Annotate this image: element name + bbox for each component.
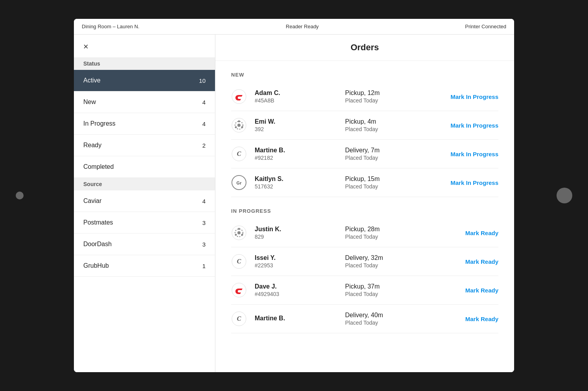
- sidebar-item-doordash[interactable]: DoorDash 3: [74, 234, 215, 255]
- order-info-issei: Issei Y. #22953: [255, 254, 337, 269]
- app-container: Dining Room – Lauren N. Reader Ready Pri…: [74, 19, 514, 372]
- mark-in-progress-kaitlyn[interactable]: Mark In Progress: [435, 179, 498, 186]
- order-id-kaitlyn: 517632: [255, 183, 337, 190]
- order-info-justin: Justin K. 829: [255, 226, 337, 240]
- right-dot-decoration: [557, 188, 572, 203]
- order-row-dave: Dave J. #4929403 Pickup, 37m Placed Toda…: [231, 276, 498, 305]
- close-button[interactable]: ×: [83, 42, 88, 51]
- section-label-source: Source: [74, 178, 215, 190]
- postmates-icon-svg-2: [232, 225, 246, 240]
- order-details-kaitlyn: Pickup, 15m Placed Today: [345, 175, 428, 190]
- order-type-martine-new: Delivery, 7m: [345, 147, 428, 154]
- order-id-adam: #45A8B: [255, 97, 337, 104]
- caviar-icon-svg-3: C: [232, 311, 246, 326]
- order-placed-emi: Placed Today: [345, 126, 428, 132]
- order-placed-kaitlyn: Placed Today: [345, 183, 428, 190]
- svg-text:C: C: [237, 315, 241, 322]
- order-row-emi: Emi W. 392 Pickup, 4m Placed Today Mark …: [231, 111, 498, 140]
- sidebar-item-caviar-badge: 4: [202, 198, 206, 205]
- postmates-icon-svg-1: [232, 118, 246, 133]
- sidebar-item-ready[interactable]: Ready 2: [74, 135, 215, 156]
- order-placed-martine-progress: Placed Today: [345, 320, 428, 326]
- sidebar-item-active[interactable]: Active 10: [74, 70, 215, 91]
- order-name-issei: Issei Y.: [255, 254, 337, 261]
- order-details-martine-new: Delivery, 7m Placed Today: [345, 147, 428, 161]
- svg-text:C: C: [237, 258, 241, 265]
- order-icon-doordash-2: [231, 282, 247, 298]
- svg-point-6: [235, 126, 237, 128]
- order-icon-caviar-1: C: [231, 146, 247, 162]
- order-placed-martine-new: Placed Today: [345, 155, 428, 161]
- svg-point-4: [238, 121, 240, 122]
- top-bar-center: Reader Ready: [286, 24, 319, 29]
- order-type-emi: Pickup, 4m: [345, 118, 428, 125]
- sidebar-item-new[interactable]: New 4: [74, 91, 215, 113]
- order-placed-issei: Placed Today: [345, 262, 428, 269]
- mark-in-progress-adam[interactable]: Mark In Progress: [435, 93, 498, 100]
- caviar-icon-svg-1: C: [232, 146, 246, 161]
- sidebar-item-caviar-label: Caviar: [83, 197, 101, 205]
- sidebar-header: ×: [74, 35, 215, 57]
- sidebar-item-postmates-label: Postmates: [83, 219, 113, 226]
- order-name-martine-progress: Martine B.: [255, 315, 337, 322]
- order-id-martine-new: #92182: [255, 155, 337, 161]
- sidebar-item-new-badge: 4: [202, 99, 206, 106]
- sidebar-item-postmates[interactable]: Postmates 3: [74, 212, 215, 234]
- page-title: Orders: [351, 42, 379, 52]
- sidebar-item-completed[interactable]: Completed: [74, 156, 215, 178]
- order-id-emi: 392: [255, 126, 337, 132]
- top-bar-left: Dining Room – Lauren N.: [82, 24, 140, 29]
- order-info-emi: Emi W. 392: [255, 118, 337, 132]
- sidebar-item-ready-label: Ready: [83, 142, 101, 149]
- order-type-dave: Pickup, 37m: [345, 283, 428, 290]
- order-row-justin: Justin K. 829 Pickup, 28m Placed Today M…: [231, 219, 498, 247]
- order-info-martine-progress: Martine B.: [255, 315, 337, 323]
- mark-in-progress-martine-new[interactable]: Mark In Progress: [435, 151, 498, 157]
- order-icon-caviar-3: C: [231, 311, 247, 327]
- top-bar: Dining Room – Lauren N. Reader Ready Pri…: [74, 19, 514, 35]
- sidebar-item-active-badge: 10: [199, 77, 206, 84]
- sidebar-item-grubhub[interactable]: GrubHub 1: [74, 255, 215, 277]
- order-type-martine-progress: Delivery, 40m: [345, 312, 428, 319]
- mark-ready-martine-progress[interactable]: Mark Ready: [435, 316, 498, 322]
- order-details-justin: Pickup, 28m Placed Today: [345, 226, 428, 240]
- order-row-martine-progress: C Martine B. Delivery, 40m Placed Today …: [231, 305, 498, 333]
- section-title-in-progress: IN PROGRESS: [231, 197, 498, 219]
- sidebar-item-in-progress[interactable]: In Progress 4: [74, 113, 215, 135]
- order-row-adam: Adam C. #45A8B Pickup, 12m Placed Today …: [231, 82, 498, 111]
- order-type-adam: Pickup, 12m: [345, 90, 428, 97]
- order-details-dave: Pickup, 37m Placed Today: [345, 283, 428, 297]
- mark-ready-issei[interactable]: Mark Ready: [435, 258, 498, 265]
- sidebar-item-ready-badge: 2: [202, 142, 206, 149]
- mark-ready-dave[interactable]: Mark Ready: [435, 287, 498, 294]
- doordash-icon-svg-2: [232, 283, 246, 298]
- svg-point-5: [241, 126, 243, 128]
- order-id-issei: #22953: [255, 262, 337, 269]
- order-icon-doordash-1: [231, 89, 247, 104]
- order-info-kaitlyn: Kaitlyn S. 517632: [255, 175, 337, 190]
- main-layout: × Status Active 10 New 4 In Progress 4 R…: [74, 35, 514, 372]
- svg-point-13: [237, 231, 241, 234]
- sidebar-item-grubhub-label: GrubHub: [83, 262, 109, 269]
- order-info-adam: Adam C. #45A8B: [255, 90, 337, 104]
- content-area: Orders NEW Adam C. #45A8B: [215, 35, 514, 372]
- content-header: Orders: [215, 35, 514, 61]
- order-info-martine-new: Martine B. #92182: [255, 147, 337, 161]
- order-info-dave: Dave J. #4929403: [255, 283, 337, 297]
- svg-point-15: [241, 234, 243, 236]
- order-details-issei: Delivery, 32m Placed Today: [345, 254, 428, 269]
- svg-text:Gr: Gr: [237, 181, 242, 185]
- order-row-kaitlyn: Gr Kaitlyn S. 517632 Pickup, 15m Placed …: [231, 168, 498, 197]
- sidebar-item-caviar[interactable]: Caviar 4: [74, 190, 215, 212]
- order-name-adam: Adam C.: [255, 90, 337, 97]
- top-bar-right: Printer Connected: [465, 24, 506, 29]
- order-placed-adam: Placed Today: [345, 97, 428, 104]
- mark-in-progress-emi[interactable]: Mark In Progress: [435, 122, 498, 129]
- mark-ready-justin[interactable]: Mark Ready: [435, 230, 498, 236]
- order-icon-grubhub-1: Gr: [231, 175, 247, 190]
- sidebar-item-completed-label: Completed: [83, 163, 114, 170]
- order-name-justin: Justin K.: [255, 226, 337, 233]
- sidebar-item-in-progress-badge: 4: [202, 121, 206, 127]
- sidebar: × Status Active 10 New 4 In Progress 4 R…: [74, 35, 215, 372]
- sidebar-item-active-label: Active: [83, 77, 101, 84]
